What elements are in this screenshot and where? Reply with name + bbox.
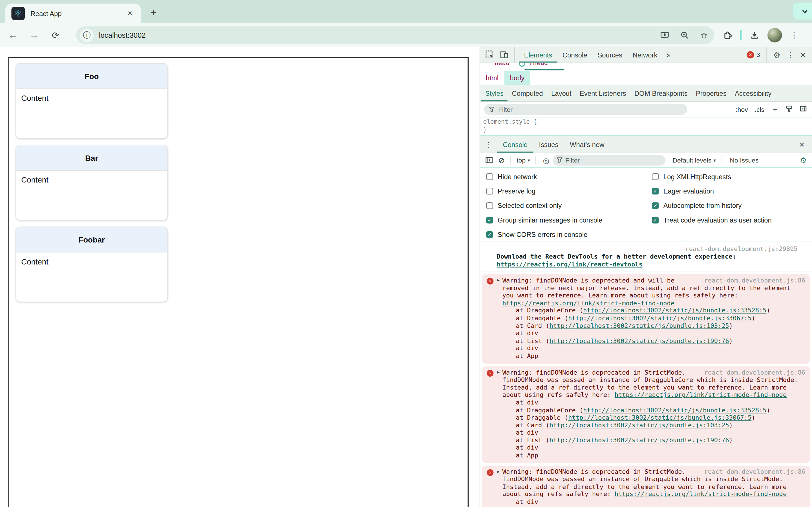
expand-triangle-icon[interactable]: ▶	[497, 469, 500, 474]
console-message-warning[interactable]: ✕▶react-dom.development.js:86Warning: fi…	[482, 366, 810, 463]
tab-dom-breakpoints[interactable]: DOM Breakpoints	[630, 86, 692, 101]
card-header-foo[interactable]: Foo	[16, 64, 167, 89]
tab-sources[interactable]: Sources	[592, 47, 627, 62]
tab-console[interactable]: Console	[557, 47, 592, 62]
error-badge[interactable]: ✕ 3	[747, 51, 760, 59]
issues-counter[interactable]: No Issues	[730, 157, 759, 164]
reload-button[interactable]: ⟳	[50, 30, 61, 41]
drawer-tab-what-s-new[interactable]: What's new	[564, 136, 610, 153]
more-tabs-button[interactable]: »	[663, 51, 675, 59]
checkbox-unchecked[interactable]	[486, 187, 493, 194]
tab-styles[interactable]: Styles	[481, 86, 507, 101]
checkbox-unchecked[interactable]	[652, 173, 659, 180]
checkbox-unchecked[interactable]	[486, 202, 493, 209]
stack-frame-link[interactable]: http://localhost:3002/static/js/bundle.j…	[550, 421, 729, 429]
log-levels-selector[interactable]: Default levels ▾	[672, 157, 716, 164]
url-text[interactable]: localhost:3002	[99, 31, 146, 39]
class-toggle-button[interactable]: .cls	[755, 106, 764, 113]
computed-sidebar-icon[interactable]	[800, 105, 807, 114]
stack-frame-link[interactable]: http://localhost:3002/static/js/bundle.j…	[568, 315, 751, 322]
tab-search-chevron-button[interactable]	[793, 3, 812, 20]
checkbox-unchecked[interactable]	[486, 173, 493, 180]
console-link[interactable]: https://reactjs.org/link/strict-mode-fin…	[615, 491, 786, 498]
setting-log-xmlhttprequests[interactable]: Log XMLHttpRequests	[652, 169, 771, 184]
tab-network[interactable]: Network	[627, 47, 662, 62]
checkbox-checked[interactable]: ✓	[652, 217, 659, 223]
profile-avatar[interactable]	[767, 28, 782, 42]
hover-state-button[interactable]: :hov	[735, 106, 748, 113]
tab-event-listeners[interactable]: Event Listeners	[575, 86, 630, 101]
tab-properties[interactable]: Properties	[692, 86, 730, 101]
checkbox-checked[interactable]: ✓	[652, 187, 659, 194]
expand-triangle-icon[interactable]: ▶	[497, 370, 500, 374]
drawer-tab-console[interactable]: Console	[497, 136, 533, 153]
setting-treat-code-evaluation-as-user-action[interactable]: ✓Treat code evaluation as user action	[652, 213, 771, 227]
tab-accessibility[interactable]: Accessibility	[730, 86, 775, 101]
browser-tab[interactable]: ⚛ React App ✕	[5, 4, 141, 23]
setting-group-similar-messages-in-console[interactable]: ✓Group similar messages in console	[486, 213, 652, 227]
clear-console-icon[interactable]: ⊘	[498, 156, 505, 165]
drawer-tab-issues[interactable]: Issues	[533, 136, 564, 153]
console-filter-input[interactable]: Filter	[552, 155, 665, 165]
console-link[interactable]: https://reactjs.org/link/react-devtools	[497, 261, 643, 268]
console-link[interactable]: https://reactjs.org/link/strict-mode-fin…	[502, 299, 674, 307]
card-header-foobar[interactable]: Foobar	[16, 227, 167, 252]
tab-elements[interactable]: Elements	[519, 47, 557, 62]
bookmark-star-icon[interactable]: ☆	[700, 30, 708, 41]
close-drawer-icon[interactable]: ✕	[799, 140, 805, 149]
devtools-menu-icon[interactable]: ⋮	[786, 51, 794, 59]
drawer-menu-icon[interactable]: ⋮	[485, 140, 492, 149]
console-sidebar-icon[interactable]	[485, 156, 493, 164]
setting-preserve-log[interactable]: Preserve log	[486, 184, 652, 198]
site-info-icon[interactable]: ⓘ	[80, 28, 94, 42]
live-expression-eye-icon[interactable]: ◎	[543, 156, 549, 164]
forward-button[interactable]: →	[29, 30, 40, 41]
context-selector[interactable]: top	[516, 157, 525, 164]
new-tab-button[interactable]: ＋	[149, 6, 158, 18]
console-link[interactable]: https://reactjs.org/link/strict-mode-fin…	[615, 391, 786, 399]
stack-frame-link[interactable]: http://localhost:3002/static/js/bundle.j…	[550, 437, 729, 444]
checkbox-checked[interactable]: ✓	[486, 231, 493, 238]
tab-layout[interactable]: Layout	[547, 86, 575, 101]
source-location-link[interactable]: react-dom.development.js:86	[704, 468, 805, 476]
setting-eager-evaluation[interactable]: ✓Eager evaluation	[652, 184, 771, 198]
back-button[interactable]: ←	[7, 30, 18, 41]
zoom-out-icon[interactable]	[680, 31, 689, 39]
setting-autocomplete-from-history[interactable]: ✓Autocomplete from history	[652, 198, 771, 212]
console-settings-gear-icon[interactable]: ⚙	[800, 156, 807, 165]
setting-show-cors-errors-in-console[interactable]: ✓Show CORS errors in console	[486, 227, 652, 241]
extensions-puzzle-icon[interactable]	[722, 31, 732, 40]
stack-frame-link[interactable]: http://localhost:3002/static/js/bundle.j…	[550, 322, 729, 329]
new-style-rule-button[interactable]: ＋	[771, 105, 779, 114]
paint-format-icon[interactable]	[785, 105, 793, 114]
url-bar[interactable]: ⓘ localhost:3002 ☆	[76, 26, 714, 44]
card-header-bar[interactable]: Bar	[16, 145, 167, 171]
close-devtools-icon[interactable]: ✕	[800, 51, 806, 59]
breadcrumb-html[interactable]: html	[480, 71, 504, 85]
console-message-info[interactable]: react-dom.development.js:29895Download t…	[480, 243, 812, 272]
tab-computed[interactable]: Computed	[508, 86, 547, 101]
stack-frame-link[interactable]: http://localhost:3002/static/js/bundle.j…	[583, 506, 766, 507]
expand-triangle-icon[interactable]: ▶	[497, 278, 500, 283]
source-location-link[interactable]: react-dom.development.js:86	[704, 277, 805, 284]
checkbox-checked[interactable]: ✓	[486, 217, 493, 223]
device-toolbar-icon[interactable]	[500, 50, 509, 59]
styles-filter-input[interactable]: Filter	[484, 104, 687, 115]
settings-gear-icon[interactable]: ⚙	[773, 50, 780, 60]
close-tab-icon[interactable]: ✕	[125, 9, 135, 18]
downloads-icon[interactable]	[750, 31, 759, 40]
stack-frame-link[interactable]: http://localhost:3002/static/js/bundle.j…	[568, 414, 751, 421]
stack-frame-link[interactable]: http://localhost:3002/static/js/bundle.j…	[583, 307, 766, 314]
console-message-warning[interactable]: ✕▶react-dom.development.js:86Warning: fi…	[482, 274, 810, 363]
stack-frame-link[interactable]: http://localhost:3002/static/js/bundle.j…	[583, 406, 766, 414]
inspect-element-icon[interactable]	[485, 50, 495, 59]
setting-selected-context-only[interactable]: Selected context only	[486, 198, 652, 212]
browser-menu-icon[interactable]: ⋮	[790, 31, 798, 40]
source-location-link[interactable]: react-dom.development.js:29895	[497, 245, 797, 253]
install-app-icon[interactable]	[660, 31, 669, 39]
source-location-link[interactable]: react-dom.development.js:86	[704, 369, 805, 376]
element-style-block[interactable]: element.style { }	[480, 117, 812, 135]
checkbox-checked[interactable]: ✓	[652, 202, 659, 209]
stack-frame-link[interactable]: http://localhost:3002/static/js/bundle.j…	[550, 337, 729, 344]
console-message-warning[interactable]: ✕▶react-dom.development.js:86Warning: fi…	[482, 465, 810, 507]
